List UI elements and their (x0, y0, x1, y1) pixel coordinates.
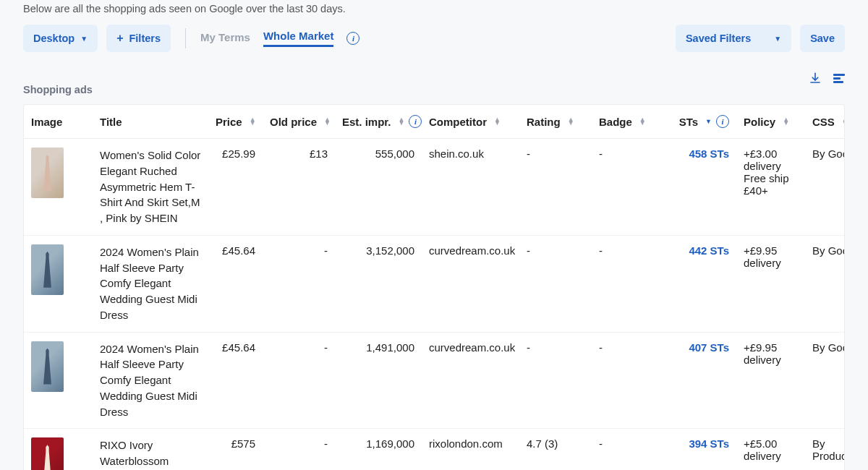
chevron-down-icon: ▼ (80, 35, 88, 43)
old-price-cell: - (263, 332, 335, 429)
css-cell: By Google (805, 332, 845, 429)
filters-label: Filters (129, 33, 161, 44)
tab-whole-market[interactable]: Whole Market (263, 30, 334, 47)
policy-cell: +£9.95 delivery (736, 332, 805, 429)
impr-cell: 555,000 (335, 139, 422, 236)
col-css[interactable]: CSS▲▼i (805, 105, 845, 139)
saved-filters-label: Saved Filters (686, 33, 751, 44)
impr-cell: 3,152,000 (335, 235, 422, 332)
impr-cell: 1,491,000 (335, 332, 422, 429)
product-thumb[interactable] (31, 437, 64, 470)
rating-cell: - (519, 235, 592, 332)
toolbar: Desktop ▼ + Filters My Terms Whole Marke… (23, 25, 845, 52)
policy-cell: +£5.00 delivery (736, 429, 805, 470)
sort-icon: ▲▼ (250, 118, 256, 125)
sort-icon: ▲▼ (783, 118, 789, 125)
competitor-cell: curvedream.co.uk (422, 235, 519, 332)
product-title[interactable]: 2024 Women's Plain Half Sleeve Party Com… (93, 235, 208, 332)
col-rating[interactable]: Rating▲▼ (519, 105, 592, 139)
rating-cell: 4.7 (3) (519, 429, 592, 470)
badge-cell: - (592, 332, 664, 429)
table-header-row: Image Title Price▲▼ Old price▲▼ Est. imp… (24, 105, 845, 139)
info-icon[interactable]: i (716, 115, 729, 128)
divider (185, 28, 186, 48)
sort-icon: ▲▼ (842, 118, 845, 125)
column-settings-icon[interactable] (833, 72, 845, 85)
policy-cell: +£9.95 delivery (736, 235, 805, 332)
info-icon[interactable]: i (346, 32, 359, 45)
css-cell: By Producthero (805, 429, 845, 470)
shopping-ads-table: Image Title Price▲▼ Old price▲▼ Est. imp… (23, 104, 845, 470)
product-title[interactable]: Women's Solid Color Elegant Ruched Asymm… (93, 139, 208, 236)
badge-cell: - (592, 139, 664, 236)
product-thumb[interactable] (31, 244, 64, 295)
rating-cell: - (519, 332, 592, 429)
sort-desc-icon: ▼ (705, 120, 712, 124)
sort-icon: ▲▼ (399, 118, 405, 125)
add-filters-button[interactable]: + Filters (106, 25, 171, 52)
device-label: Desktop (33, 33, 75, 44)
intro-text: Below are all the shopping ads seen on G… (23, 0, 845, 25)
price-cell: £45.64 (208, 332, 263, 429)
col-est-impr[interactable]: Est. impr.▲▼i (335, 105, 422, 139)
price-cell: £575 (208, 429, 263, 470)
product-title[interactable]: RIXO Ivory Waterblossom Ruffled Silk Max… (93, 429, 208, 470)
price-cell: £25.99 (208, 139, 263, 236)
sts-link[interactable]: 394 STs (689, 437, 729, 450)
saved-filters-dropdown[interactable]: Saved Filters ▼ (676, 25, 791, 52)
sort-icon: ▲▼ (494, 118, 501, 125)
old-price-cell: - (263, 429, 335, 470)
sts-link[interactable]: 407 STs (689, 341, 729, 354)
product-thumb[interactable] (31, 148, 64, 198)
sort-icon: ▲▼ (639, 118, 646, 125)
col-image[interactable]: Image (24, 105, 93, 139)
competitor-cell: curvedream.co.uk (422, 332, 519, 429)
impr-cell: 1,169,000 (335, 429, 422, 470)
price-cell: £45.64 (208, 235, 263, 332)
col-sts[interactable]: STs▼i (664, 105, 736, 139)
scope-toggle: My Terms Whole Market i (200, 30, 359, 47)
table-row: Women's Solid Color Elegant Ruched Asymm… (24, 139, 845, 236)
table-row: 2024 Women's Plain Half Sleeve Party Com… (24, 235, 845, 332)
col-policy[interactable]: Policy▲▼ (736, 105, 805, 139)
col-competitor[interactable]: Competitor▲▼ (422, 105, 519, 139)
rating-cell: - (519, 139, 592, 236)
col-price[interactable]: Price▲▼ (208, 105, 263, 139)
col-old-price[interactable]: Old price▲▼ (263, 105, 335, 139)
table-row: RIXO Ivory Waterblossom Ruffled Silk Max… (24, 429, 845, 470)
sts-link[interactable]: 458 STs (689, 148, 729, 160)
badge-cell: - (592, 429, 664, 470)
download-icon[interactable] (809, 72, 822, 85)
col-title[interactable]: Title (93, 105, 208, 139)
chevron-down-icon: ▼ (774, 35, 781, 43)
section-title: Shopping ads (23, 84, 93, 95)
info-icon[interactable]: i (409, 115, 422, 128)
tab-my-terms[interactable]: My Terms (200, 31, 250, 46)
badge-cell: - (592, 235, 664, 332)
device-dropdown[interactable]: Desktop ▼ (23, 25, 98, 52)
product-title[interactable]: 2024 Women's Plain Half Sleeve Party Com… (93, 332, 208, 429)
plus-icon: + (116, 32, 123, 45)
sort-icon: ▲▼ (568, 118, 574, 125)
competitor-cell: shein.co.uk (422, 139, 519, 236)
policy-cell: +£3.00 delivery Free ship £40+ (736, 139, 805, 236)
col-badge[interactable]: Badge▲▼ (592, 105, 664, 139)
save-button[interactable]: Save (800, 25, 845, 52)
product-thumb[interactable] (31, 341, 64, 392)
sort-icon: ▲▼ (324, 118, 331, 125)
css-cell: By Google (805, 139, 845, 236)
old-price-cell: £13 (263, 139, 335, 236)
css-cell: By Google (805, 235, 845, 332)
competitor-cell: rixolondon.com (422, 429, 519, 470)
table-row: 2024 Women's Plain Half Sleeve Party Com… (24, 332, 845, 429)
sts-link[interactable]: 442 STs (689, 244, 729, 257)
old-price-cell: - (263, 235, 335, 332)
